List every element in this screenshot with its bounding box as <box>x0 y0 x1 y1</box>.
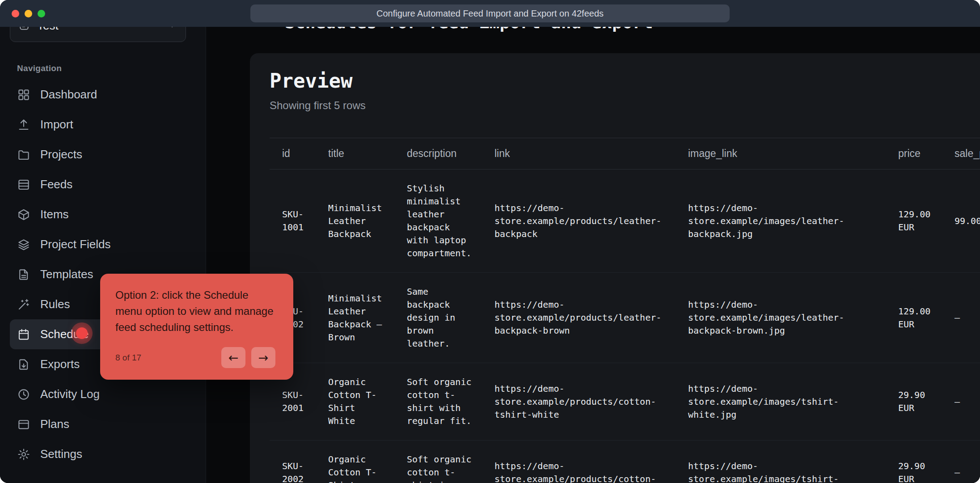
table-row: SKU-1001 Minimalist Leather Backpack Sty… <box>270 169 980 273</box>
project-fields-icon <box>17 238 30 251</box>
exports-icon <box>17 358 30 371</box>
window-titlebar: Configure Automated Feed Import and Expo… <box>0 0 980 27</box>
sidebar-item-feeds[interactable]: Feeds <box>10 169 196 199</box>
sidebar-item-label: Import <box>40 118 73 131</box>
cell-sale-price: – <box>955 273 980 363</box>
sidebar-item-dashboard[interactable]: Dashboard <box>10 80 196 110</box>
settings-icon <box>17 448 30 461</box>
main-content: Schedules for feed import and export Pre… <box>206 27 980 483</box>
cell-sale-price: – <box>955 363 980 441</box>
cell-id: SKU-1001 <box>270 169 328 273</box>
tour-next-button[interactable]: → <box>251 347 275 368</box>
table-row: SKU-2002 Organic Cotton T-Shirt Soft org… <box>270 441 980 483</box>
column-header-image-link: image_link <box>688 138 898 169</box>
tour-tooltip-text: Option 2: click the Schedule menu option… <box>115 287 275 335</box>
cell-title: Organic Cotton T-Shirt White <box>328 363 407 441</box>
cell-image-link: https://demo-store.example/images/leathe… <box>688 169 898 273</box>
cell-link: https://demo-store.example/products/leat… <box>494 273 688 363</box>
column-header-sale-price: sale_price <box>955 138 980 169</box>
table-row: SKU-1002 Minimalist Leather Backpack – B… <box>270 273 980 363</box>
cell-price: 29.90 EUR <box>898 363 955 441</box>
sidebar-item-label: Activity Log <box>40 387 100 401</box>
cell-image-link: https://demo-store.example/images/tshirt… <box>688 441 898 483</box>
cell-id: SKU-2002 <box>270 441 328 483</box>
cell-title: Minimalist Leather Backpack – Brown <box>328 273 407 363</box>
tour-step-counter: 8 of 17 <box>115 353 141 363</box>
sidebar-item-settings[interactable]: Settings <box>10 439 196 469</box>
column-header-description: description <box>407 138 494 169</box>
window-title: Configure Automated Feed Import and Expo… <box>376 8 604 19</box>
preview-card: Preview Showing first 5 rows id title de… <box>250 53 980 483</box>
cell-link: https://demo-store.example/products/cott… <box>494 363 688 441</box>
dashboard-icon <box>17 88 30 102</box>
sidebar-item-label: Projects <box>40 148 82 161</box>
preview-title: Preview <box>270 69 980 92</box>
cell-link: https://demo-store.example/products/leat… <box>494 169 688 273</box>
table-row: SKU-2001 Organic Cotton T-Shirt White So… <box>270 363 980 441</box>
cell-price: 29.90 EUR <box>898 441 955 483</box>
sidebar-item-label: Project Fields <box>40 237 111 251</box>
sidebar: Test Navigation Dashboard Import Proje <box>0 27 206 483</box>
cell-price: 129.00 EUR <box>898 273 955 363</box>
column-header-title: title <box>328 138 407 169</box>
arrow-right-icon: → <box>258 351 269 364</box>
sidebar-item-label: Plans <box>40 417 69 431</box>
cell-title: Minimalist Leather Backpack <box>328 169 407 273</box>
app-body: Test Navigation Dashboard Import Proje <box>0 27 980 483</box>
sidebar-item-label: Exports <box>40 357 80 371</box>
cell-description: Stylish minimalist leather backpack with… <box>407 169 494 273</box>
cell-image-link: https://demo-store.example/images/leathe… <box>688 273 898 363</box>
sidebar-item-label: Rules <box>40 297 70 311</box>
cell-sale-price: – <box>955 441 980 483</box>
close-window-button[interactable] <box>12 10 19 17</box>
sidebar-item-plans[interactable]: Plans <box>10 409 196 439</box>
preview-subtitle: Showing first 5 rows <box>270 99 980 112</box>
cell-price: 129.00 EUR <box>898 169 955 273</box>
cell-description: Soft organic cotton t-shirt in <box>407 441 494 483</box>
tour-buttons: ← → <box>221 347 275 368</box>
tour-highlight-dot <box>76 327 88 339</box>
cell-description: Same backpack design in brown leather. <box>407 273 494 363</box>
window-controls <box>12 0 45 27</box>
schedule-icon <box>17 328 30 341</box>
sidebar-item-label: Settings <box>40 447 82 461</box>
tour-back-button[interactable]: ← <box>221 347 245 368</box>
cell-description: Soft organic cotton t-shirt with regular… <box>407 363 494 441</box>
column-header-link: link <box>494 138 688 169</box>
import-icon <box>17 118 30 131</box>
window-title-pill: Configure Automated Feed Import and Expo… <box>250 4 730 22</box>
table-header-row: id title description link image_link pri… <box>270 138 980 169</box>
sidebar-item-project-fields[interactable]: Project Fields <box>10 229 196 259</box>
sidebar-item-label: Feeds <box>40 178 72 191</box>
feeds-icon <box>17 178 30 191</box>
column-header-price: price <box>898 138 955 169</box>
cell-title: Organic Cotton T-Shirt <box>328 441 407 483</box>
projects-icon <box>17 148 30 161</box>
sidebar-item-label: Dashboard <box>40 88 97 102</box>
tour-tooltip: Option 2: click the Schedule menu option… <box>100 274 293 380</box>
sidebar-item-projects[interactable]: Projects <box>10 140 196 169</box>
sidebar-item-label: Items <box>40 208 69 221</box>
plans-icon <box>17 418 30 431</box>
tour-tooltip-footer: 8 of 17 ← → <box>115 347 275 368</box>
sidebar-item-items[interactable]: Items <box>10 199 196 229</box>
minimize-window-button[interactable] <box>25 10 32 17</box>
column-header-id: id <box>270 138 328 169</box>
items-icon <box>17 208 30 221</box>
app-window: Configure Automated Feed Import and Expo… <box>0 0 980 483</box>
arrow-left-icon: ← <box>228 351 239 364</box>
cell-image-link: https://demo-store.example/images/tshirt… <box>688 363 898 441</box>
cell-sale-price: 99.00 <box>955 169 980 273</box>
sidebar-item-import[interactable]: Import <box>10 110 196 140</box>
sidebar-item-activity-log[interactable]: Activity Log <box>10 379 196 409</box>
templates-icon <box>17 268 30 281</box>
sidebar-item-label: Templates <box>40 267 93 281</box>
cell-link: https://demo-store.example/products/cott… <box>494 441 688 483</box>
navigation-section-label: Navigation <box>17 64 196 73</box>
zoom-window-button[interactable] <box>38 10 45 17</box>
rules-icon <box>17 298 30 311</box>
activity-log-icon <box>17 388 30 401</box>
preview-table: id title description link image_link pri… <box>270 138 980 483</box>
